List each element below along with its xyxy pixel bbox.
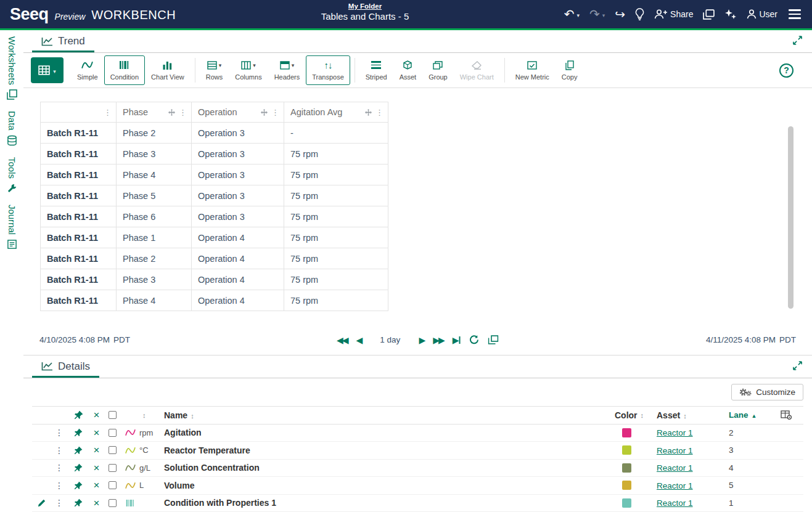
duplicate-worksheet-button[interactable]: [703, 9, 715, 20]
step-forward-half-button[interactable]: ▶: [419, 336, 424, 344]
pin-icon[interactable]: [74, 481, 83, 490]
color-swatch[interactable]: [622, 428, 631, 437]
remove-icon[interactable]: ×: [94, 463, 100, 473]
remove-icon[interactable]: ×: [94, 498, 100, 508]
chart-view-button[interactable]: Chart View: [145, 55, 191, 85]
column-menu-icon[interactable]: ⋮: [375, 108, 383, 116]
asset-link[interactable]: Reactor 1: [657, 481, 693, 490]
column-menu-icon[interactable]: ⋮: [179, 108, 187, 116]
share-button[interactable]: Share: [654, 9, 693, 19]
auto-update-icon[interactable]: [469, 335, 480, 345]
pin-icon[interactable]: [74, 498, 83, 507]
column-menu-icon[interactable]: ⋮: [271, 108, 279, 116]
color-column-header[interactable]: Color↕: [615, 410, 650, 420]
copy-button[interactable]: Copy: [556, 55, 584, 85]
asset-link[interactable]: Reactor 1: [657, 498, 693, 508]
customize-button[interactable]: Customize: [731, 384, 803, 400]
sort-icon[interactable]: ↕: [142, 412, 146, 419]
asset-link[interactable]: Reactor 1: [657, 428, 693, 437]
color-swatch[interactable]: [622, 498, 631, 508]
pin-icon[interactable]: [74, 446, 83, 455]
help-button[interactable]: ?: [779, 63, 794, 78]
wipe-chart-button[interactable]: Wipe Chart: [454, 55, 500, 85]
columns-button[interactable]: ▾ Columns: [229, 55, 268, 85]
sidebar-item-journal[interactable]: Journal: [7, 205, 17, 250]
row-checkbox[interactable]: [109, 464, 117, 472]
step-forward-full-button[interactable]: ▶▶: [433, 336, 444, 344]
lane-column-header[interactable]: Lane▲: [720, 410, 769, 420]
color-swatch[interactable]: [622, 463, 631, 473]
user-label: User: [759, 9, 777, 19]
hamburger-menu-button[interactable]: [787, 8, 802, 20]
metric-icon: [527, 61, 537, 70]
copy-time-range-icon[interactable]: [488, 335, 499, 344]
row-checkbox[interactable]: [109, 499, 117, 507]
column-header-operation[interactable]: Operation⋮: [192, 102, 284, 123]
remove-icon[interactable]: ×: [94, 428, 100, 438]
folder-breadcrumb-link[interactable]: My Folder: [321, 2, 409, 10]
column-menu-icon[interactable]: ⋮: [104, 108, 112, 116]
undo-button[interactable]: ↶▾: [564, 8, 580, 20]
sidebar-item-tools[interactable]: Tools: [7, 157, 17, 193]
remove-column-icon[interactable]: ×: [94, 410, 100, 420]
column-header-blank[interactable]: ⋮: [41, 102, 117, 123]
vertical-scrollbar-thumb[interactable]: [788, 126, 794, 309]
table-view-button[interactable]: ▾: [31, 57, 64, 83]
condition-table-button[interactable]: Condition: [104, 55, 145, 85]
range-start[interactable]: 4/10/2025 4:08 PMPDT: [39, 335, 130, 344]
row-checkbox[interactable]: [109, 446, 117, 454]
column-header-agitation-avg[interactable]: Agitation Avg⋮: [284, 102, 388, 123]
sidebar-item-worksheets[interactable]: Worksheets: [7, 36, 17, 100]
row-checkbox[interactable]: [109, 429, 117, 437]
row-menu-icon[interactable]: ⋮: [55, 428, 64, 437]
select-all-checkbox[interactable]: [109, 411, 117, 419]
user-menu-button[interactable]: User: [747, 9, 777, 19]
asset-button[interactable]: Asset: [393, 55, 423, 85]
step-to-now-button[interactable]: ▶: [453, 336, 461, 344]
transpose-button[interactable]: ↑↓ Transpose: [306, 55, 350, 85]
table-cell: 75 rpm: [284, 227, 388, 248]
row-menu-icon[interactable]: ⋮: [55, 498, 64, 507]
name-column-header[interactable]: Name↕: [164, 410, 615, 420]
add-column-icon[interactable]: [781, 410, 792, 420]
edit-pencil-icon[interactable]: [38, 499, 46, 507]
group-button[interactable]: Group: [422, 55, 454, 85]
asset-column-header[interactable]: Asset↕: [650, 410, 720, 420]
pin-icon[interactable]: [74, 428, 83, 437]
move-column-icon[interactable]: [365, 109, 372, 116]
range-end[interactable]: 4/11/2025 4:08 PMPDT: [706, 335, 796, 344]
rows-button[interactable]: ▾ Rows: [200, 55, 229, 85]
ai-assistant-button[interactable]: [724, 9, 737, 20]
color-swatch[interactable]: [622, 481, 631, 490]
column-header-phase[interactable]: Phase⋮: [117, 102, 192, 123]
tab-trend[interactable]: Trend: [32, 31, 94, 52]
move-column-icon[interactable]: [168, 109, 175, 116]
row-checkbox[interactable]: [109, 481, 117, 489]
sidebar-item-data[interactable]: Data: [7, 111, 17, 146]
color-swatch[interactable]: [622, 445, 631, 455]
new-metric-button[interactable]: New Metric: [509, 55, 556, 85]
duration-label[interactable]: 1 day: [380, 335, 400, 344]
row-menu-icon[interactable]: ⋮: [55, 481, 64, 490]
asset-link[interactable]: Reactor 1: [657, 463, 693, 473]
asset-link[interactable]: Reactor 1: [657, 446, 693, 455]
headers-button[interactable]: ▾ Headers: [268, 55, 306, 85]
suggestions-button[interactable]: [635, 8, 644, 20]
seeq-logo[interactable]: Seeq: [10, 5, 49, 24]
expand-details-icon[interactable]: [793, 361, 802, 370]
pin-column-icon[interactable]: [74, 410, 83, 420]
step-back-half-button[interactable]: ◀: [356, 336, 362, 344]
redo-button[interactable]: ↷▾: [589, 8, 605, 20]
remove-icon[interactable]: ×: [94, 480, 100, 490]
move-column-icon[interactable]: [261, 109, 268, 116]
tab-details[interactable]: Details: [32, 356, 99, 378]
remove-icon[interactable]: ×: [94, 445, 100, 455]
step-back-full-button[interactable]: ◀◀: [337, 336, 348, 344]
row-menu-icon[interactable]: ⋮: [55, 446, 64, 455]
expand-trend-icon[interactable]: [793, 36, 802, 45]
row-menu-icon[interactable]: ⋮: [55, 463, 64, 472]
pin-icon[interactable]: [74, 463, 83, 472]
striped-button[interactable]: Striped: [359, 55, 393, 85]
simple-table-button[interactable]: Simple: [71, 55, 104, 85]
forward-button[interactable]: ↪: [615, 8, 625, 20]
